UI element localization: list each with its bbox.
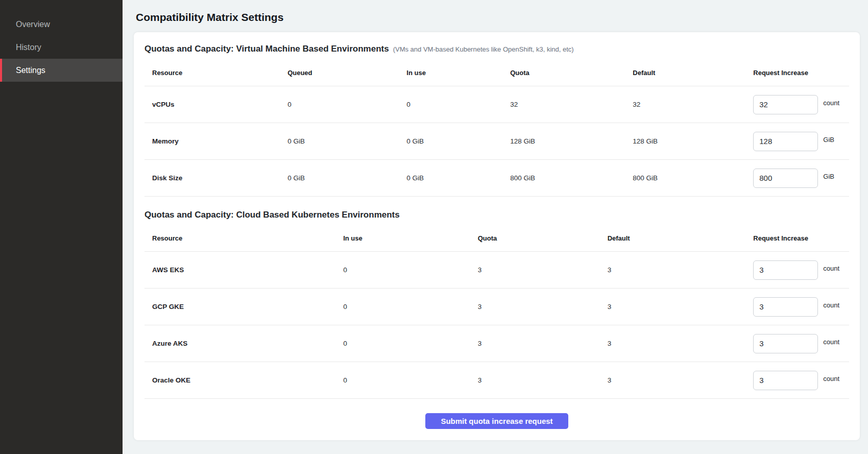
quota-section: Quotas and Capacity: Cloud Based Kuberne…: [144, 210, 849, 399]
request-increase-wrap: GiB: [753, 169, 849, 188]
value-cell: 800 GiB: [633, 160, 753, 197]
value-cell: 128 GiB: [633, 123, 753, 160]
request-increase-wrap: GiB: [753, 132, 849, 151]
sidebar-item-label: Settings: [16, 66, 45, 75]
unit-label: count: [823, 265, 839, 272]
column-header: In use: [343, 220, 478, 252]
resource-cell: Oracle OKE: [144, 362, 343, 399]
table-row: Disk Size0 GiB0 GiB800 GiB800 GiBGiB: [144, 160, 849, 197]
request-increase-cell: count: [753, 289, 849, 325]
request-increase-input[interactable]: [753, 95, 818, 114]
sidebar-item-history[interactable]: History: [0, 36, 123, 59]
unit-label: count: [823, 99, 839, 107]
value-cell: 0: [287, 86, 406, 123]
resource-cell: Azure AKS: [144, 325, 343, 362]
value-cell: 0: [406, 86, 510, 123]
request-increase-wrap: count: [753, 260, 849, 280]
request-increase-input[interactable]: [753, 260, 818, 280]
value-cell: 3: [608, 325, 754, 362]
table-row: Azure AKS033count: [144, 325, 849, 362]
value-cell: 32: [633, 86, 753, 123]
sidebar-item-overview[interactable]: Overview: [0, 13, 123, 36]
column-header: Default: [608, 220, 754, 252]
settings-card: Quotas and Capacity: Virtual Machine Bas…: [134, 32, 860, 440]
section-title: Quotas and Capacity: Cloud Based Kuberne…: [144, 210, 849, 220]
sections-host: Quotas and Capacity: Virtual Machine Bas…: [144, 44, 849, 399]
value-cell: 128 GiB: [510, 123, 633, 160]
sidebar: OverviewHistorySettings: [0, 0, 123, 454]
page-title: Compatibility Matrix Settings: [136, 10, 860, 24]
sidebar-nav: OverviewHistorySettings: [0, 13, 123, 82]
sidebar-item-label: History: [16, 43, 41, 52]
value-cell: 3: [478, 325, 608, 362]
value-cell: 3: [478, 362, 608, 399]
request-increase-cell: count: [753, 86, 849, 123]
value-cell: 0 GiB: [406, 123, 510, 160]
request-increase-cell: count: [753, 362, 849, 399]
value-cell: 3: [608, 362, 754, 399]
unit-label: count: [823, 301, 839, 309]
submit-quota-button[interactable]: Submit quota increase request: [425, 413, 568, 429]
request-increase-cell: count: [753, 325, 849, 362]
value-cell: 0: [343, 289, 478, 325]
value-cell: 800 GiB: [510, 160, 633, 197]
header-row: ResourceQueuedIn useQuotaDefaultRequest …: [144, 55, 849, 86]
request-increase-wrap: count: [753, 95, 849, 114]
sidebar-item-label: Overview: [16, 20, 50, 29]
column-header: Request Increase: [753, 55, 849, 86]
resource-cell: GCP GKE: [144, 289, 343, 325]
section-title-text: Quotas and Capacity: Virtual Machine Bas…: [144, 44, 389, 54]
request-increase-wrap: count: [753, 371, 849, 390]
value-cell: 3: [478, 252, 608, 289]
value-cell: 32: [510, 86, 633, 123]
column-header: Queued: [287, 55, 406, 86]
value-cell: 0 GiB: [287, 160, 406, 197]
resource-cell: vCPUs: [144, 86, 287, 123]
column-header: Quota: [510, 55, 633, 86]
column-header: Resource: [144, 55, 287, 86]
column-header: Request Increase: [753, 220, 849, 252]
request-increase-cell: GiB: [753, 160, 849, 197]
main-content: Compatibility Matrix Settings Quotas and…: [123, 0, 868, 454]
quota-table: ResourceQueuedIn useQuotaDefaultRequest …: [144, 55, 849, 197]
unit-label: count: [823, 338, 839, 346]
value-cell: 3: [608, 289, 754, 325]
section-note: (VMs and VM-based Kubernetes like OpenSh…: [393, 45, 574, 53]
table-row: vCPUs003232count: [144, 86, 849, 123]
value-cell: 0: [343, 252, 478, 289]
value-cell: 0: [343, 362, 478, 399]
table-row: Memory0 GiB0 GiB128 GiB128 GiBGiB: [144, 123, 849, 160]
unit-label: GiB: [823, 136, 834, 144]
table-row: AWS EKS033count: [144, 252, 849, 289]
value-cell: 0 GiB: [406, 160, 510, 197]
value-cell: 0 GiB: [287, 123, 406, 160]
resource-cell: AWS EKS: [144, 252, 343, 289]
column-header: Quota: [478, 220, 608, 252]
value-cell: 3: [608, 252, 754, 289]
request-increase-wrap: count: [753, 334, 849, 353]
column-header: Default: [633, 55, 753, 86]
request-increase-cell: GiB: [753, 123, 849, 160]
section-title: Quotas and Capacity: Virtual Machine Bas…: [144, 44, 849, 55]
value-cell: 3: [478, 289, 608, 325]
request-increase-input[interactable]: [753, 132, 818, 151]
table-row: GCP GKE033count: [144, 289, 849, 325]
unit-label: GiB: [823, 173, 834, 180]
column-header: In use: [406, 55, 510, 86]
section-title-text: Quotas and Capacity: Cloud Based Kuberne…: [144, 210, 400, 220]
sidebar-item-settings[interactable]: Settings: [0, 59, 123, 82]
resource-cell: Memory: [144, 123, 287, 160]
request-increase-input[interactable]: [753, 297, 818, 317]
button-row: Submit quota increase request: [144, 399, 849, 429]
quota-table: ResourceIn useQuotaDefaultRequest Increa…: [144, 220, 849, 399]
header-row: ResourceIn useQuotaDefaultRequest Increa…: [144, 220, 849, 252]
request-increase-cell: count: [753, 252, 849, 289]
request-increase-wrap: count: [753, 297, 849, 317]
table-row: Oracle OKE033count: [144, 362, 849, 399]
resource-cell: Disk Size: [144, 160, 287, 197]
request-increase-input[interactable]: [753, 334, 818, 353]
request-increase-input[interactable]: [753, 169, 818, 188]
value-cell: 0: [343, 325, 478, 362]
column-header: Resource: [144, 220, 343, 252]
request-increase-input[interactable]: [753, 371, 818, 390]
